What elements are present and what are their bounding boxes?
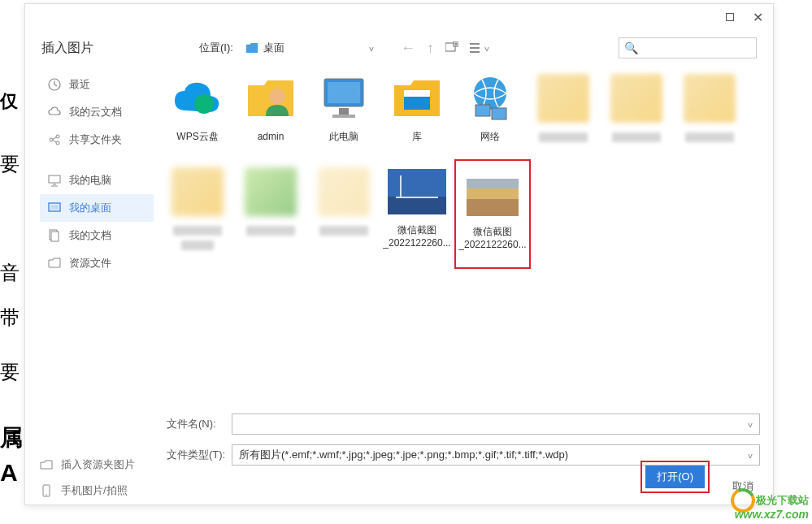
filename-row: 文件名(N): ⅴ (40, 414, 760, 435)
svg-rect-10 (51, 232, 59, 241)
sidebar-item-computer[interactable]: 我的电脑 (40, 167, 154, 194)
bg-text: A (0, 459, 18, 487)
watermark-name: 极光下载站 (756, 494, 809, 506)
close-button[interactable]: ✕ (745, 7, 770, 27)
file-item-screenshot-2[interactable]: 微信截图_2022122260... (454, 159, 531, 269)
svg-point-12 (269, 89, 285, 105)
insert-folder-button[interactable]: 插入资源夹图片 (40, 457, 135, 472)
file-item-blurred[interactable] (674, 66, 745, 159)
watermark: 极光下载站 www.xz7.com (735, 493, 809, 521)
library-icon (388, 69, 446, 128)
titlebar: ✕ (718, 7, 770, 27)
file-item-this-pc[interactable]: 此电脑 (308, 66, 380, 159)
clock-icon (48, 78, 61, 91)
open-button[interactable]: 打开(O) (645, 466, 705, 488)
sidebar-item-label: 我的云文档 (69, 105, 122, 119)
svg-rect-18 (404, 90, 430, 97)
svg-rect-14 (328, 82, 360, 103)
image-thumbnail (388, 169, 446, 214)
new-folder-button[interactable] (445, 41, 458, 55)
svg-rect-15 (339, 108, 349, 115)
file-item-blurred[interactable] (162, 159, 233, 269)
location-area: 位置(I): 桌面 ⅴ ← ↑ ⅴ (199, 38, 489, 58)
bottom-left-actions: 插入资源夹图片 手机图片/拍照 (40, 457, 135, 498)
this-pc-icon (315, 69, 373, 128)
sidebar-item-label: 共享文件夹 (69, 132, 122, 147)
user-folder-icon (241, 69, 300, 128)
bottom-left-label: 手机图片/拍照 (61, 483, 128, 498)
folder-icon (537, 74, 589, 123)
file-item-blurred[interactable] (235, 159, 306, 269)
file-item-label: 库 (410, 131, 423, 144)
file-item-screenshot-1[interactable]: 微信截图_2022122260... (381, 159, 453, 269)
svg-rect-20 (475, 105, 490, 116)
file-item-label: 此电脑 (328, 131, 360, 144)
bg-text: 属 (0, 422, 23, 453)
location-dropdown[interactable]: 桌面 ⅴ (241, 38, 378, 58)
network-icon (461, 69, 519, 128)
folder-icon (245, 43, 258, 53)
blurred-text (319, 226, 368, 236)
sidebar-item-shared[interactable]: 共享文件夹 (40, 126, 154, 154)
svg-rect-6 (49, 175, 60, 183)
action-buttons: 打开(O) 取消 (40, 475, 760, 498)
location-value: 桌面 (263, 41, 284, 55)
filetype-value: 所有图片(*.emf;*.wmf;*.jpg;*.jpeg;*.jpe;*.pn… (239, 448, 568, 462)
file-item-network[interactable]: 网络 (454, 66, 526, 159)
blurred-text (539, 132, 588, 142)
file-item-admin[interactable]: admin (235, 66, 306, 159)
sidebar-item-resources[interactable]: 资源文件 (40, 249, 154, 277)
bottom-left-label: 插入资源夹图片 (61, 457, 135, 472)
file-item-blurred[interactable] (528, 66, 599, 159)
file-item-blurred[interactable] (601, 66, 672, 159)
sidebar-item-label: 我的桌面 (69, 201, 111, 215)
computer-icon (48, 174, 61, 187)
bottom-bar: 插入资源夹图片 手机图片/拍照 文件名(N): ⅴ 文件类型(T): 所有图片(… (40, 414, 760, 498)
sidebar: 最近 我的云文档 共享文件夹 我的电脑 我的桌面 (40, 71, 154, 277)
back-button[interactable]: ← (401, 40, 415, 57)
phone-photo-button[interactable]: 手机图片/拍照 (40, 483, 135, 498)
folder-icon (172, 167, 224, 216)
sidebar-item-documents[interactable]: 我的文档 (40, 222, 154, 249)
up-button[interactable]: ↑ (427, 40, 434, 57)
svg-rect-21 (492, 108, 506, 119)
file-item-label: admin (256, 131, 286, 144)
search-icon: 🔍 (624, 41, 638, 54)
blurred-text (612, 132, 661, 142)
folder-icon (318, 167, 370, 216)
file-list: WPS云盘 admin 此电脑 库 (162, 66, 758, 407)
file-item-wps-cloud[interactable]: WPS云盘 (162, 66, 233, 159)
dialog-title: 插入图片 (41, 40, 93, 57)
blurred-text (685, 132, 734, 142)
dialog-header: 插入图片 位置(I): 桌面 ⅴ ← ↑ ⅴ 🔍 (41, 32, 757, 64)
search-input[interactable]: 🔍 (619, 37, 757, 58)
file-item-label: WPS云盘 (175, 131, 219, 144)
bg-text: 仅 (0, 89, 18, 114)
svg-point-3 (50, 138, 53, 141)
location-label: 位置(I): (199, 41, 233, 55)
sidebar-item-desktop[interactable]: 我的桌面 (40, 194, 154, 222)
bg-text: 要 (0, 151, 20, 177)
maximize-button[interactable] (718, 7, 742, 27)
folder-plus-icon (40, 458, 53, 471)
chevron-down-icon: ⅴ (748, 420, 753, 429)
folder-icon (48, 257, 61, 270)
sidebar-item-label: 最近 (69, 77, 90, 92)
chevron-down-icon: ⅴ (748, 451, 753, 460)
image-thumbnail (467, 179, 519, 216)
sidebar-item-label: 我的电脑 (69, 173, 111, 188)
svg-point-5 (56, 141, 59, 145)
sidebar-item-cloud[interactable]: 我的云文档 (40, 98, 154, 126)
file-item-blurred[interactable] (308, 159, 380, 269)
svg-point-11 (194, 94, 214, 114)
view-dropdown[interactable]: ⅴ (470, 42, 489, 54)
folder-icon (684, 74, 736, 123)
nav-buttons: ← ↑ ⅴ (401, 40, 489, 57)
document-folder-icon (48, 229, 61, 242)
sidebar-item-recent[interactable]: 最近 (40, 71, 154, 98)
svg-rect-16 (332, 115, 355, 118)
filename-input[interactable]: ⅴ (232, 414, 760, 435)
insert-picture-dialog: ✕ 插入图片 位置(I): 桌面 ⅴ ← ↑ ⅴ (24, 3, 774, 505)
share-icon (48, 133, 61, 146)
file-item-library[interactable]: 库 (381, 66, 453, 159)
